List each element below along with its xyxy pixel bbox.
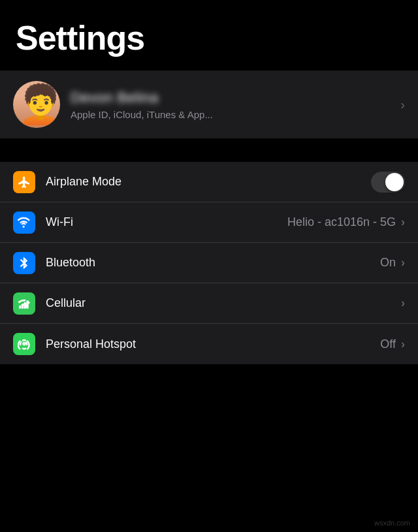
svg-rect-3 (27, 300, 29, 308)
hotspot-icon-container (13, 333, 35, 355)
profile-chevron: › (400, 97, 405, 112)
avatar (13, 81, 60, 128)
wifi-label: Wi-Fi (46, 215, 287, 229)
bluetooth-label: Bluetooth (46, 256, 380, 270)
svg-rect-1 (22, 304, 24, 308)
cellular-chevron: › (401, 296, 405, 310)
bluetooth-chevron: › (401, 256, 405, 270)
bluetooth-value: On (380, 256, 396, 270)
wifi-chevron: › (401, 215, 405, 229)
wifi-value: Helio - ac1016n - 5G (287, 215, 396, 229)
watermark: wsxdn.com (374, 519, 410, 527)
bluetooth-icon (18, 257, 31, 270)
cellular-row[interactable]: Cellular › (0, 283, 418, 324)
personal-hotspot-row[interactable]: Personal Hotspot Off › (0, 324, 418, 364)
wifi-icon (18, 216, 31, 229)
wifi-row[interactable]: Wi-Fi Helio - ac1016n - 5G › (0, 202, 418, 243)
bluetooth-icon-container (13, 252, 35, 274)
airplane-mode-toggle[interactable] (371, 172, 405, 193)
profile-subtitle: Apple ID, iCloud, iTunes & App... (71, 109, 390, 120)
airplane-mode-label: Airplane Mode (46, 175, 366, 189)
spacer (0, 138, 418, 162)
profile-info: Devon Belina Apple ID, iCloud, iTunes & … (71, 89, 390, 120)
header: Settings (0, 0, 418, 70)
airplane-mode-row[interactable]: Airplane Mode (0, 162, 418, 202)
settings-group: Airplane Mode Wi-Fi Helio - ac1016n - 5G… (0, 162, 418, 364)
airplane-mode-icon-container (13, 171, 35, 193)
profile-name: Devon Belina (71, 89, 390, 106)
airplane-icon (18, 176, 31, 189)
personal-hotspot-value: Off (380, 337, 396, 351)
cellular-icon-container (13, 292, 35, 315)
svg-rect-0 (20, 305, 22, 308)
cellular-icon (18, 297, 31, 310)
page-title: Settings (16, 18, 402, 57)
profile-row[interactable]: Devon Belina Apple ID, iCloud, iTunes & … (0, 70, 418, 138)
svg-rect-2 (24, 302, 26, 308)
hotspot-icon (18, 337, 31, 351)
toggle-knob (385, 173, 404, 191)
wifi-icon-container (13, 211, 35, 234)
cellular-label: Cellular (46, 296, 401, 310)
personal-hotspot-label: Personal Hotspot (46, 337, 380, 351)
bluetooth-row[interactable]: Bluetooth On › (0, 243, 418, 283)
personal-hotspot-chevron: › (401, 337, 405, 351)
